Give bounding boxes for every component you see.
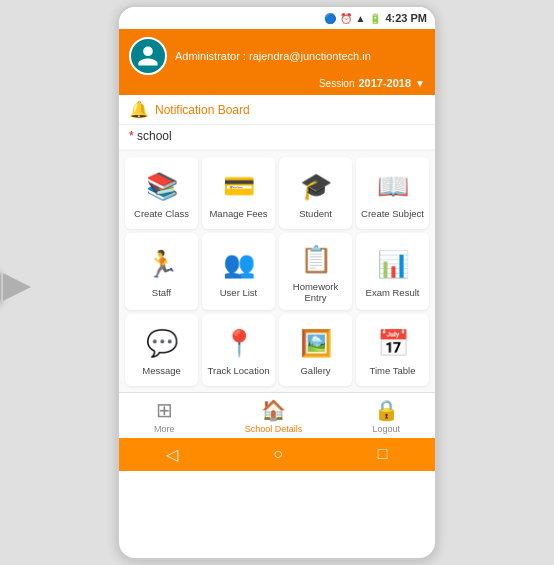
notification-school-text: school (137, 129, 172, 143)
homework-entry-icon: 📋 (298, 241, 334, 277)
status-bar: 🔵 ⏰ ▲ 🔋 4:23 PM (119, 7, 435, 29)
session-row: Session 2017-2018 ▼ (129, 77, 425, 89)
bottom-nav-more[interactable]: ⊞More (154, 398, 175, 434)
homework-entry-label: Homework Entry (281, 281, 350, 304)
staff-label: Staff (152, 287, 171, 298)
home-button[interactable]: ○ (273, 445, 283, 463)
track-location-icon: 📍 (221, 325, 257, 361)
manage-fees-icon: 💳 (221, 168, 257, 204)
student-icon: 🎓 (298, 168, 334, 204)
manage-fees-label: Manage Fees (209, 208, 267, 219)
status-time: 4:23 PM (385, 12, 427, 24)
time-table-icon: 📅 (375, 325, 411, 361)
grid-item-homework-entry[interactable]: 📋Homework Entry (279, 233, 352, 310)
notification-content: * school (119, 125, 435, 151)
user-list-icon: 👥 (221, 247, 257, 283)
school-details-nav-label: School Details (245, 424, 303, 434)
arrow-right-icon (3, 273, 31, 301)
android-nav-bar: ◁ ○ □ (119, 438, 435, 471)
user-icon (136, 44, 160, 68)
gallery-label: Gallery (300, 365, 330, 376)
create-subject-label: Create Subject (361, 208, 424, 219)
select-staff-label: Select Staff (0, 268, 1, 306)
alarm-icon: ⏰ (340, 13, 352, 24)
student-label: Student (299, 208, 332, 219)
select-staff-tooltip: Select Staff (0, 268, 31, 306)
exam-result-label: Exam Result (366, 287, 420, 298)
grid-item-user-list[interactable]: 👥User List (202, 233, 275, 310)
school-details-nav-icon: 🏠 (261, 398, 286, 422)
create-subject-icon: 📖 (375, 168, 411, 204)
exam-result-icon: 📊 (375, 247, 411, 283)
session-dropdown-icon[interactable]: ▼ (415, 78, 425, 89)
message-icon: 💬 (144, 325, 180, 361)
grid-item-create-subject[interactable]: 📖Create Subject (356, 157, 429, 229)
staff-icon: 🏃 (144, 247, 180, 283)
grid-item-exam-result[interactable]: 📊Exam Result (356, 233, 429, 310)
grid-item-gallery[interactable]: 🖼️Gallery (279, 314, 352, 386)
app-grid: 📚Create Class💳Manage Fees🎓Student📖Create… (119, 151, 435, 392)
more-nav-icon: ⊞ (156, 398, 173, 422)
gallery-icon: 🖼️ (298, 325, 334, 361)
bottom-nav-school-details[interactable]: 🏠School Details (245, 398, 303, 434)
notification-bar: 🔔 Notification Board (119, 95, 435, 125)
session-value: 2017-2018 (358, 77, 411, 89)
app-header: Administrator : rajendra@junctiontech.in… (119, 29, 435, 95)
create-class-icon: 📚 (144, 168, 180, 204)
grid-item-time-table[interactable]: 📅Time Table (356, 314, 429, 386)
logout-nav-icon: 🔒 (374, 398, 399, 422)
notification-title: Notification Board (155, 103, 250, 117)
grid-item-manage-fees[interactable]: 💳Manage Fees (202, 157, 275, 229)
grid-item-track-location[interactable]: 📍Track Location (202, 314, 275, 386)
bottom-nav-logout[interactable]: 🔒Logout (372, 398, 400, 434)
recent-button[interactable]: □ (378, 445, 388, 463)
logout-nav-label: Logout (372, 424, 400, 434)
create-class-label: Create Class (134, 208, 189, 219)
session-label: Session (319, 78, 355, 89)
asterisk-icon: * (129, 129, 137, 143)
notification-icon: 🔔 (129, 100, 149, 119)
more-nav-label: More (154, 424, 175, 434)
admin-label: Administrator : rajendra@junctiontech.in (175, 50, 371, 62)
grid-item-student[interactable]: 🎓Student (279, 157, 352, 229)
signal-icon: ▲ (356, 13, 366, 24)
grid-item-create-class[interactable]: 📚Create Class (125, 157, 198, 229)
grid-item-staff[interactable]: 🏃Staff (125, 233, 198, 310)
bluetooth-icon: 🔵 (324, 13, 336, 24)
back-button[interactable]: ◁ (166, 445, 178, 464)
user-list-label: User List (220, 287, 257, 298)
time-table-label: Time Table (370, 365, 416, 376)
avatar (129, 37, 167, 75)
bottom-nav: ⊞More🏠School Details🔒Logout (119, 392, 435, 438)
message-label: Message (142, 365, 181, 376)
track-location-label: Track Location (208, 365, 270, 376)
user-info: Administrator : rajendra@junctiontech.in (175, 50, 371, 62)
grid-item-message[interactable]: 💬Message (125, 314, 198, 386)
phone-frame: 🔵 ⏰ ▲ 🔋 4:23 PM Administrator : rajendra… (117, 5, 437, 560)
battery-icon: 🔋 (369, 13, 381, 24)
